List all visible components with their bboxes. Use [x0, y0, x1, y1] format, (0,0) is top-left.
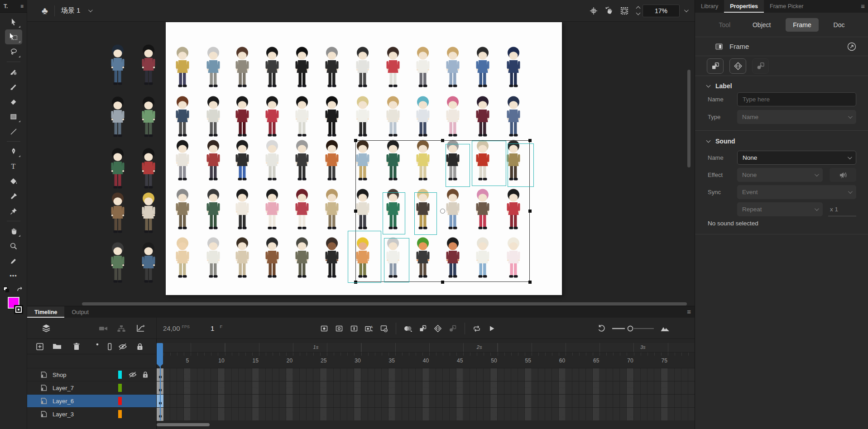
swap-colors-icon[interactable] [16, 286, 24, 293]
character-sprite[interactable] [321, 139, 342, 182]
outline-column-icon[interactable] [106, 342, 113, 351]
scene-dropdown-icon[interactable] [88, 8, 93, 12]
auto-keyframe-icon[interactable]: A [364, 324, 374, 334]
pasteboard-character-sprite[interactable] [138, 43, 159, 87]
scrub-undo-icon[interactable] [597, 324, 606, 333]
layer-lock-cell[interactable] [142, 371, 156, 379]
zoom-stepper[interactable] [637, 7, 640, 14]
eraser-tool[interactable] [5, 94, 22, 109]
zoom-dropdown-icon[interactable] [684, 8, 689, 12]
layer-name[interactable]: Layer_6 [53, 398, 118, 405]
character-sprite[interactable] [262, 95, 283, 138]
selection-handle[interactable] [354, 139, 357, 142]
zoom-step-up-icon[interactable] [636, 6, 641, 11]
selection-tool[interactable] [5, 14, 22, 29]
stroke-color-swatch[interactable] [14, 305, 23, 314]
timeline-horizontal-scrollbar[interactable] [157, 423, 210, 426]
layer-name[interactable]: Layer_7 [53, 385, 118, 391]
layer-visibility-cell[interactable] [128, 371, 142, 378]
hamburger-icon[interactable]: ≡ [20, 3, 24, 10]
insert-keyframe-icon[interactable] [319, 324, 329, 334]
tab-output[interactable]: Output [64, 306, 96, 318]
center-stage-icon[interactable] [586, 3, 601, 19]
sound-effect-dropdown[interactable]: None [737, 168, 823, 182]
character-sprite[interactable] [232, 46, 253, 89]
character-sprite[interactable] [412, 95, 433, 138]
tab-library[interactable]: Library [695, 0, 724, 13]
character-sprite[interactable] [472, 95, 493, 138]
eyedropper-tool[interactable] [5, 189, 22, 204]
frame-row-shop[interactable] [157, 368, 695, 381]
hand-tool[interactable] [5, 224, 22, 238]
character-sprite[interactable] [321, 236, 342, 280]
code-icon[interactable] [729, 58, 746, 74]
pasteboard-character-sprite[interactable] [107, 191, 128, 235]
rectangle-tool[interactable] [5, 109, 22, 124]
sound-repeat-dropdown[interactable]: Repeat [737, 202, 823, 216]
character-sprite[interactable] [203, 46, 224, 89]
subtab-doc[interactable]: Doc [826, 18, 852, 32]
hierarchy-icon[interactable] [116, 323, 127, 334]
frame-view-icon[interactable] [660, 325, 670, 332]
motion-tween-icon[interactable] [418, 324, 428, 334]
pasteboard-character-sprite[interactable] [138, 191, 159, 235]
pasteboard-character-sprite[interactable] [138, 95, 159, 139]
character-sprite[interactable] [292, 236, 312, 280]
character-sprite[interactable] [172, 46, 193, 89]
text-tool[interactable]: T [5, 159, 22, 174]
subtab-object[interactable]: Object [745, 18, 778, 32]
selected-object-highlight[interactable] [348, 231, 381, 283]
tab-timeline[interactable]: Timeline [27, 306, 64, 318]
free-transform-tool[interactable] [5, 29, 22, 44]
character-sprite[interactable] [292, 46, 312, 89]
selected-object-highlight[interactable] [508, 143, 534, 187]
more-tool[interactable]: ••• [5, 268, 22, 283]
character-sprite[interactable] [412, 46, 433, 89]
character-sprite[interactable] [262, 236, 283, 280]
character-sprite[interactable] [383, 46, 403, 89]
sound-sync-dropdown[interactable]: Event [737, 185, 856, 199]
zoom-tool[interactable] [5, 238, 22, 253]
tab-properties[interactable]: Properties [724, 0, 764, 13]
character-sprite[interactable] [383, 95, 403, 138]
character-sprite[interactable] [203, 188, 224, 231]
play-icon[interactable] [487, 324, 497, 334]
label-section-header[interactable]: Label [707, 82, 732, 90]
onion-skin-icon[interactable] [403, 324, 413, 334]
character-sprite[interactable] [172, 188, 193, 231]
selected-object-highlight[interactable] [384, 238, 409, 282]
character-sprite[interactable] [352, 95, 373, 138]
zoom-step-down-icon[interactable] [636, 11, 641, 15]
character-sprite[interactable] [232, 236, 253, 280]
frame-row-layer_3[interactable] [157, 407, 695, 420]
character-sprite[interactable] [292, 188, 312, 231]
properties-menu-icon[interactable]: ≡ [861, 2, 865, 10]
character-sprite[interactable] [232, 95, 253, 138]
timeline-menu-icon[interactable]: ≡ [687, 308, 691, 315]
frame-row-layer_6[interactable] [157, 394, 695, 407]
character-sprite[interactable] [442, 46, 463, 89]
layer-color-swatch[interactable] [118, 397, 122, 405]
layer-row-shop[interactable]: Shop [27, 368, 156, 381]
selection-handle[interactable] [528, 210, 532, 213]
character-sprite[interactable] [472, 46, 493, 89]
loop-count-field[interactable]: x 1 [828, 202, 856, 216]
hide-all-icon[interactable] [118, 342, 128, 351]
character-sprite[interactable] [321, 46, 342, 89]
new-layer-icon[interactable] [35, 342, 44, 351]
fps-display[interactable]: 24,00 FPS 1 F [163, 318, 222, 339]
pasteboard-character-sprite[interactable] [107, 95, 128, 139]
character-sprite[interactable] [442, 95, 463, 138]
pen-tool[interactable] [5, 144, 22, 159]
delete-layer-icon[interactable] [72, 342, 81, 351]
selected-object-highlight[interactable] [383, 192, 405, 234]
fluid-brush-tool[interactable] [5, 64, 22, 79]
layer-name[interactable]: Layer_3 [53, 411, 118, 418]
selected-object-highlight[interactable] [472, 141, 506, 186]
insert-frame-icon[interactable] [349, 324, 359, 334]
pasteboard-character-sprite[interactable] [138, 241, 159, 285]
remove-frame-icon[interactable] [379, 324, 389, 334]
hand-rotate-icon[interactable] [601, 3, 617, 19]
character-sprite[interactable] [292, 139, 312, 182]
new-folder-icon[interactable] [52, 342, 62, 350]
